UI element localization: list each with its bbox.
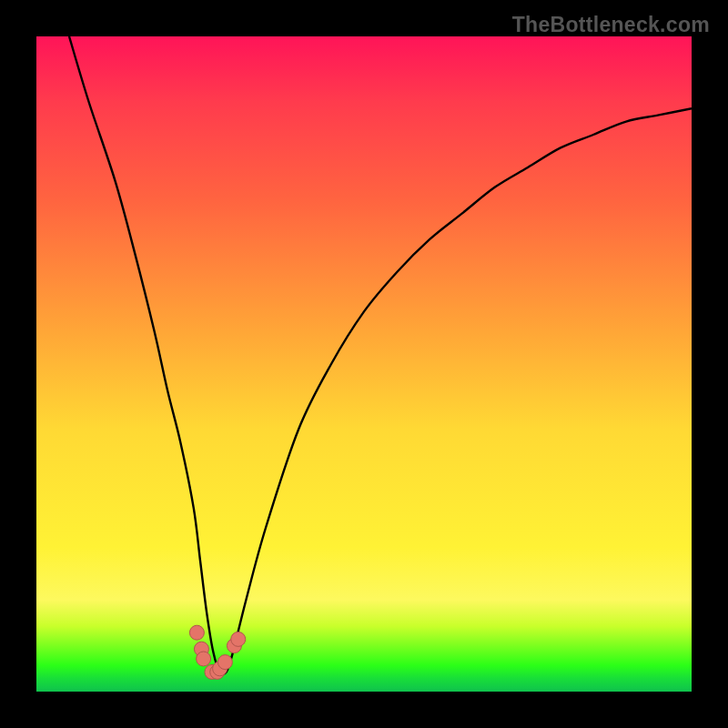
curve-marker	[231, 632, 246, 646]
plot-area	[36, 36, 692, 692]
curve-marker	[189, 625, 204, 640]
chart-frame: TheBottleneck.com	[0, 0, 728, 728]
bottleneck-curve	[69, 36, 692, 674]
watermark-text: TheBottleneck.com	[512, 13, 710, 37]
curve-markers	[189, 625, 245, 679]
curve-overlay	[36, 36, 692, 692]
curve-marker	[197, 652, 211, 666]
curve-marker	[217, 655, 232, 670]
